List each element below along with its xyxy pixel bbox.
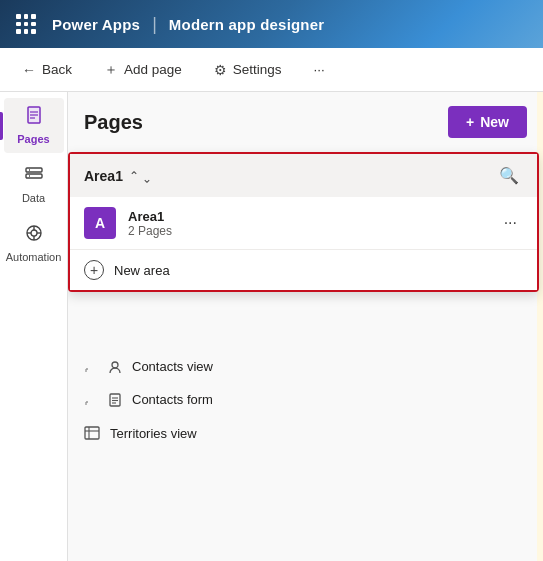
area-pages-count: 2 Pages — [128, 224, 486, 238]
page-items-list: Contacts view Contacts form — [68, 350, 543, 450]
new-area-plus-icon: + — [84, 260, 104, 280]
toolbar: ← Back ＋ Add page ⚙ Settings ··· — [0, 48, 543, 92]
pages-icon — [25, 106, 43, 129]
svg-rect-21 — [85, 427, 99, 439]
main-layout: Pages Data — [0, 92, 543, 561]
page-title: Pages — [84, 111, 143, 134]
sidebar-automation-label: Automation — [6, 251, 62, 263]
sidebar-data-label: Data — [22, 192, 45, 204]
title-separator: | — [152, 14, 157, 35]
plus-icon: ＋ — [104, 61, 118, 79]
sidebar-pages-label: Pages — [17, 133, 49, 145]
area-info: Area1 2 Pages — [128, 209, 486, 238]
back-button[interactable]: ← Back — [16, 58, 78, 82]
new-button-label: New — [480, 114, 509, 130]
page-item-contacts-form[interactable]: Contacts form — [84, 383, 527, 416]
svg-rect-5 — [26, 174, 42, 178]
settings-button[interactable]: ⚙ Settings — [208, 58, 288, 82]
pages-header: Pages + New — [68, 92, 543, 150]
chevron-up-down-icon: ⌃ ⌃ — [129, 169, 152, 183]
back-label: Back — [42, 62, 72, 77]
new-area-label: New area — [114, 263, 170, 278]
contacts-view-label: Contacts view — [132, 359, 213, 374]
settings-label: Settings — [233, 62, 282, 77]
top-header: Power Apps | Modern app designer — [0, 0, 543, 48]
sidebar: Pages Data — [0, 92, 68, 561]
dropdown-header-left: Area1 ⌃ ⌃ — [84, 168, 152, 184]
sidebar-item-data[interactable]: Data — [4, 157, 64, 212]
new-button[interactable]: + New — [448, 106, 527, 138]
svg-rect-4 — [26, 168, 42, 172]
page-contacts-view-icon — [84, 360, 122, 374]
data-icon — [25, 165, 43, 188]
area-avatar: A — [84, 207, 116, 239]
area-dropdown-panel: Area1 ⌃ ⌃ 🔍 A Area1 2 Pages ··· — [68, 152, 539, 292]
search-icon: 🔍 — [499, 167, 519, 184]
dropdown-area-title: Area1 — [84, 168, 123, 184]
page-item-territories-view[interactable]: Territories view — [84, 416, 527, 450]
page-item-contacts-view[interactable]: Contacts view — [84, 350, 527, 383]
contacts-form-label: Contacts form — [132, 392, 213, 407]
app-subtitle: Modern app designer — [169, 16, 325, 33]
sidebar-item-pages[interactable]: Pages — [4, 98, 64, 153]
add-page-label: Add page — [124, 62, 182, 77]
app-grid-icon[interactable] — [12, 10, 40, 38]
app-title: Power Apps — [52, 16, 140, 33]
add-page-button[interactable]: ＋ Add page — [98, 57, 188, 83]
page-contacts-form-icon — [84, 393, 122, 407]
more-label: ··· — [314, 62, 325, 77]
automation-icon — [25, 224, 43, 247]
settings-gear-icon: ⚙ — [214, 62, 227, 78]
content-area: Pages + New Area1 ⌃ ⌃ 🔍 — [68, 92, 543, 561]
more-options-button[interactable]: ··· — [308, 58, 331, 81]
back-icon: ← — [22, 62, 36, 78]
area-name: Area1 — [128, 209, 486, 224]
territories-view-label: Territories view — [110, 426, 197, 441]
new-plus-icon: + — [466, 114, 474, 130]
svg-point-15 — [112, 362, 118, 368]
area-list-item[interactable]: A Area1 2 Pages ··· — [70, 197, 537, 249]
search-button[interactable]: 🔍 — [495, 164, 523, 187]
svg-point-9 — [31, 230, 37, 236]
sidebar-item-automation[interactable]: Automation — [4, 216, 64, 271]
area-more-options-button[interactable]: ··· — [498, 212, 523, 234]
new-area-row[interactable]: + New area — [70, 249, 537, 290]
dropdown-header: Area1 ⌃ ⌃ 🔍 — [70, 154, 537, 197]
page-territories-icon — [84, 425, 100, 441]
